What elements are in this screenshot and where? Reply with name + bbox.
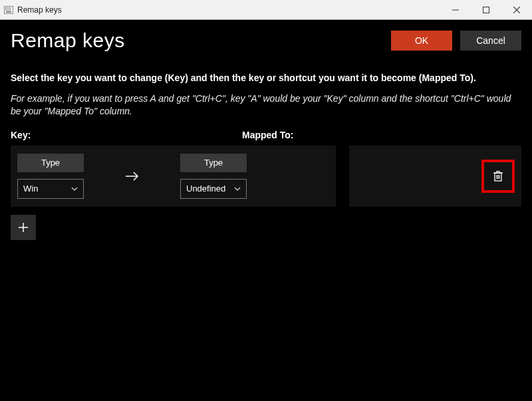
mapping-row: Type Win Type Undefined bbox=[11, 146, 521, 207]
mapped-select[interactable]: Undefined bbox=[180, 179, 247, 199]
delete-panel bbox=[349, 146, 521, 207]
content: Remap keys OK Cancel Select the key you … bbox=[0, 20, 532, 401]
key-group: Type Win bbox=[17, 154, 84, 199]
svg-rect-9 bbox=[483, 7, 489, 13]
mapping-panel: Type Win Type Undefined bbox=[11, 146, 336, 207]
minimize-button[interactable] bbox=[440, 0, 471, 20]
chevron-down-icon bbox=[234, 187, 241, 191]
key-select-value: Win bbox=[23, 184, 38, 194]
mapped-type-button[interactable]: Type bbox=[180, 154, 247, 172]
app-icon bbox=[4, 6, 13, 14]
svg-rect-18 bbox=[497, 171, 499, 173]
trash-icon bbox=[493, 170, 503, 182]
chevron-down-icon bbox=[71, 187, 78, 191]
mapped-column-label: Mapped To: bbox=[242, 130, 348, 140]
delete-button[interactable] bbox=[488, 166, 508, 186]
add-row-button[interactable] bbox=[11, 215, 36, 240]
key-select[interactable]: Win bbox=[17, 179, 84, 199]
page-title: Remap keys bbox=[11, 29, 125, 52]
maximize-button[interactable] bbox=[471, 0, 501, 20]
intro-text: Select the key you want to change (Key) … bbox=[11, 72, 521, 118]
mapped-select-value: Undefined bbox=[186, 184, 225, 194]
ok-button[interactable]: OK bbox=[391, 31, 452, 51]
header-actions: OK Cancel bbox=[391, 31, 521, 51]
titlebar-left: Remap keys bbox=[0, 5, 62, 15]
mapped-group: Type Undefined bbox=[180, 154, 247, 199]
close-button[interactable] bbox=[501, 0, 532, 20]
plus-icon bbox=[17, 221, 29, 233]
arrow-icon bbox=[84, 170, 180, 183]
window-title: Remap keys bbox=[16, 5, 62, 15]
cancel-button[interactable]: Cancel bbox=[460, 31, 521, 51]
delete-highlight bbox=[481, 160, 515, 193]
key-column-label: Key: bbox=[11, 130, 242, 140]
window-controls bbox=[440, 0, 532, 20]
key-type-button[interactable]: Type bbox=[17, 154, 84, 172]
intro-example: For example, if you want to press A and … bbox=[11, 92, 521, 118]
intro-bold: Select the key you want to change (Key) … bbox=[11, 72, 476, 83]
titlebar: Remap keys bbox=[0, 0, 532, 20]
header: Remap keys OK Cancel bbox=[11, 29, 521, 52]
column-headers: Key: Mapped To: bbox=[11, 130, 521, 140]
